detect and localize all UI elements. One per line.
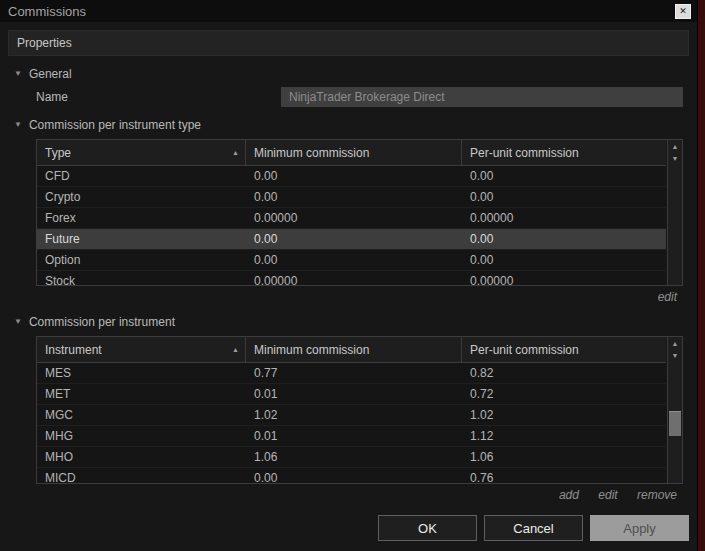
cancel-button[interactable]: Cancel	[484, 515, 583, 541]
cell-per-unit-commission: 0.72	[462, 384, 666, 404]
remove-link[interactable]: remove	[637, 488, 677, 502]
cell-per-unit-commission: 0.82	[462, 363, 666, 383]
cell-instrument: MGC	[37, 405, 246, 425]
table-row[interactable]: MHG 0.01 1.12	[37, 426, 666, 447]
scrollbar[interactable]: ▲ ▼	[667, 337, 682, 483]
type-section-label: Commission per instrument type	[29, 118, 201, 132]
cell-instrument: MHG	[37, 426, 246, 446]
table-row[interactable]: Crypto 0.00 0.00	[37, 187, 666, 208]
table-row[interactable]: MGC 1.02 1.02	[37, 405, 666, 426]
scroll-down-button[interactable]: ▼	[668, 152, 682, 164]
cell-type: Crypto	[37, 187, 246, 207]
close-button[interactable]: ✕	[675, 4, 691, 19]
column-header-per-unit-commission[interactable]: Per-unit commission	[462, 337, 666, 362]
titlebar[interactable]: Commissions ✕	[0, 0, 697, 22]
column-label: Per-unit commission	[470, 146, 579, 160]
general-section-label: General	[29, 67, 72, 81]
name-row: Name	[36, 87, 683, 107]
edit-link[interactable]: edit	[598, 488, 617, 502]
type-table: Type ▲ Minimum commission Per-unit commi…	[36, 139, 683, 286]
cell-per-unit-commission: 1.02	[462, 405, 666, 425]
cell-type: Forex	[37, 208, 246, 228]
commissions-dialog: Commissions ✕ Properties ▼ General Name …	[0, 0, 698, 551]
collapse-icon: ▼	[14, 121, 22, 129]
instrument-table-links: add edit remove	[0, 488, 677, 502]
column-label: Type	[45, 146, 71, 160]
table-row[interactable]: MHO 1.06 1.06	[37, 447, 666, 468]
cell-type: Option	[37, 250, 246, 270]
table-row[interactable]: MET 0.01 0.72	[37, 384, 666, 405]
cell-per-unit-commission: 0.00000	[462, 271, 666, 285]
add-link[interactable]: add	[559, 488, 579, 502]
cell-per-unit-commission: 0.76	[462, 468, 666, 483]
cell-instrument: MICD	[37, 468, 246, 483]
cell-per-unit-commission: 0.00	[462, 229, 666, 249]
cell-min-commission: 0.01	[246, 384, 462, 404]
column-header-min-commission[interactable]: Minimum commission	[246, 140, 462, 165]
name-label: Name	[36, 90, 281, 104]
cell-min-commission: 1.06	[246, 447, 462, 467]
screen: Commissions ✕ Properties ▼ General Name …	[0, 0, 705, 551]
table-row-selected[interactable]: Future 0.00 0.00	[37, 229, 666, 250]
apply-button[interactable]: Apply	[590, 515, 689, 541]
cell-min-commission: 0.01	[246, 426, 462, 446]
cell-instrument: MES	[37, 363, 246, 383]
cell-type: CFD	[37, 166, 246, 186]
collapse-icon: ▼	[14, 318, 22, 326]
table-row[interactable]: CFD 0.00 0.00	[37, 166, 666, 187]
type-section-header[interactable]: ▼ Commission per instrument type	[14, 118, 697, 132]
column-header-type[interactable]: Type ▲	[37, 140, 246, 165]
edit-link[interactable]: edit	[658, 290, 677, 304]
cell-type: Future	[37, 229, 246, 249]
sort-asc-icon: ▲	[232, 149, 239, 156]
instrument-table: Instrument ▲ Minimum commission Per-unit…	[36, 336, 683, 484]
column-header-instrument[interactable]: Instrument ▲	[37, 337, 246, 362]
cell-min-commission: 0.00	[246, 468, 462, 483]
sort-asc-icon: ▲	[232, 346, 239, 353]
table-row[interactable]: Forex 0.00000 0.00000	[37, 208, 666, 229]
scroll-up-button[interactable]: ▲	[668, 337, 682, 349]
properties-label: Properties	[17, 36, 72, 50]
type-table-header: Type ▲ Minimum commission Per-unit commi…	[37, 140, 666, 166]
name-input[interactable]	[281, 87, 683, 107]
cell-min-commission: 0.00000	[246, 271, 462, 285]
scroll-up-button[interactable]: ▲	[668, 140, 682, 152]
close-icon: ✕	[679, 6, 687, 16]
table-row[interactable]: MICD 0.00 0.76	[37, 468, 666, 483]
cell-per-unit-commission: 0.00000	[462, 208, 666, 228]
table-row[interactable]: MES 0.77 0.82	[37, 363, 666, 384]
scroll-down-button[interactable]: ▼	[668, 349, 682, 361]
scrollbar-thumb[interactable]	[669, 411, 681, 436]
table-row[interactable]: Option 0.00 0.00	[37, 250, 666, 271]
background-strip	[698, 0, 705, 551]
cell-min-commission: 0.77	[246, 363, 462, 383]
cell-instrument: MET	[37, 384, 246, 404]
cell-per-unit-commission: 0.00	[462, 166, 666, 186]
window-title: Commissions	[8, 4, 675, 19]
cell-per-unit-commission: 0.00	[462, 187, 666, 207]
cell-min-commission: 0.00	[246, 187, 462, 207]
collapse-icon: ▼	[14, 70, 22, 78]
instrument-table-body: MES 0.77 0.82 MET 0.01 0.72 MGC 1.02 1.0…	[37, 363, 666, 483]
cell-min-commission: 0.00	[246, 166, 462, 186]
scrollbar[interactable]: ▲ ▼	[667, 140, 682, 285]
cell-min-commission: 0.00000	[246, 208, 462, 228]
cell-per-unit-commission: 1.06	[462, 447, 666, 467]
type-table-body: CFD 0.00 0.00 Crypto 0.00 0.00 Forex 0.0…	[37, 166, 666, 285]
table-row[interactable]: Stock 0.00000 0.00000	[37, 271, 666, 285]
column-label: Instrument	[45, 343, 102, 357]
cell-instrument: MHO	[37, 447, 246, 467]
instrument-section-header[interactable]: ▼ Commission per instrument	[14, 315, 697, 329]
cell-per-unit-commission: 0.00	[462, 250, 666, 270]
cell-min-commission: 0.00	[246, 229, 462, 249]
general-section-header[interactable]: ▼ General	[14, 67, 697, 81]
cell-min-commission: 0.00	[246, 250, 462, 270]
cell-per-unit-commission: 1.12	[462, 426, 666, 446]
column-label: Minimum commission	[254, 146, 369, 160]
instrument-table-header: Instrument ▲ Minimum commission Per-unit…	[37, 337, 666, 363]
column-header-min-commission[interactable]: Minimum commission	[246, 337, 462, 362]
instrument-section-label: Commission per instrument	[29, 315, 175, 329]
column-header-per-unit-commission[interactable]: Per-unit commission	[462, 140, 666, 165]
ok-button[interactable]: OK	[378, 515, 477, 541]
properties-header: Properties	[8, 30, 689, 56]
